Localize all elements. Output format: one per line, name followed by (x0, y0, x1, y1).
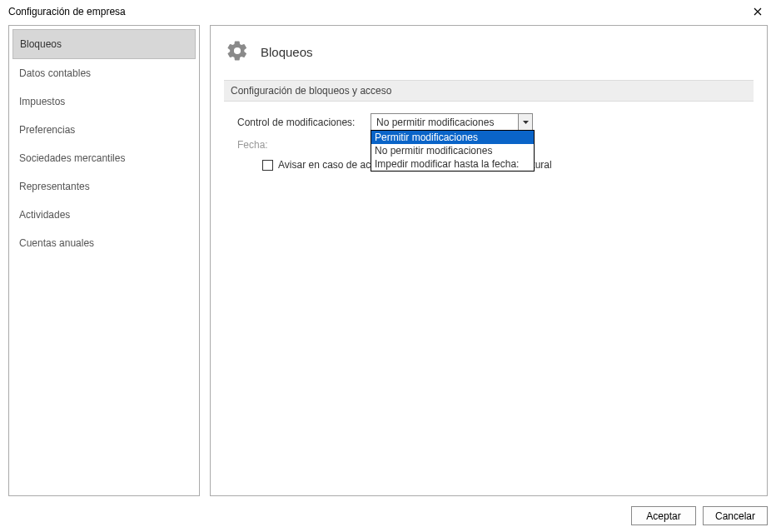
select-value: No permitir modificaciones (371, 114, 518, 130)
chevron-down-icon (523, 121, 529, 124)
main-title: Bloqueos (261, 45, 313, 59)
sidebar-item-bloqueos[interactable]: Bloqueos (12, 29, 196, 59)
avisar-checkbox[interactable] (262, 160, 273, 171)
sidebar-item-preferencias[interactable]: Preferencias (12, 116, 196, 144)
main-panel: Bloqueos Configuración de bloqueos y acc… (210, 25, 768, 496)
control-modificaciones-row: Control de modificaciones: No permitir m… (224, 113, 754, 131)
dropdown-option-permitir[interactable]: Permitir modificaciones (371, 131, 534, 144)
dropdown-option-no-permitir[interactable]: No permitir modificaciones (371, 144, 534, 157)
control-modificaciones-select[interactable]: No permitir modificaciones Permitir modi… (371, 113, 533, 131)
control-modificaciones-label: Control de modificaciones: (237, 117, 362, 128)
main-header: Bloqueos (224, 39, 754, 65)
close-button[interactable] (748, 3, 768, 20)
gear-icon (226, 39, 249, 65)
sidebar-item-impuestos[interactable]: Impuestos (12, 87, 196, 116)
select-arrow-button[interactable] (518, 114, 532, 130)
close-icon (754, 7, 762, 16)
accept-button[interactable]: Aceptar (631, 506, 696, 525)
window-title: Configuración de empresa (8, 6, 126, 17)
sidebar-item-datos-contables[interactable]: Datos contables (12, 59, 196, 87)
title-bar: Configuración de empresa (0, 0, 776, 25)
sidebar: Bloqueos Datos contables Impuestos Prefe… (8, 25, 200, 496)
dropdown-option-impedir-fecha[interactable]: Impedir modificar hasta la fecha: (371, 157, 534, 171)
dialog-button-row: Aceptar Cancelar (631, 506, 768, 525)
dialog-body: Bloqueos Datos contables Impuestos Prefe… (0, 25, 776, 496)
section-header: Configuración de bloqueos y acceso (224, 80, 754, 102)
cancel-button[interactable]: Cancelar (703, 506, 768, 525)
dropdown-list: Permitir modificaciones No permitir modi… (371, 130, 535, 172)
sidebar-item-representantes[interactable]: Representantes (12, 172, 196, 201)
fecha-label: Fecha: (237, 139, 362, 151)
sidebar-item-sociedades-mercantiles[interactable]: Sociedades mercantiles (12, 144, 196, 172)
sidebar-item-actividades[interactable]: Actividades (12, 201, 196, 229)
sidebar-item-cuentas-anuales[interactable]: Cuentas anuales (12, 229, 196, 257)
